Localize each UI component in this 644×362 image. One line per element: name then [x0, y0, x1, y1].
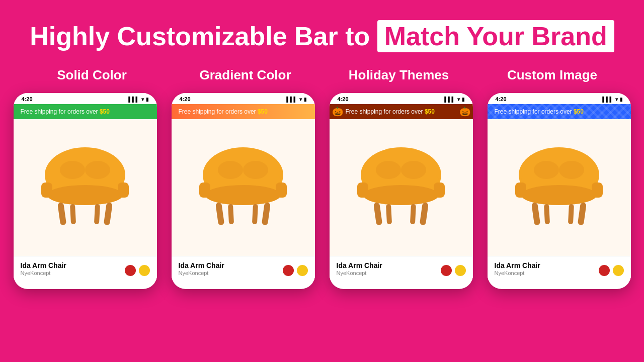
color-dots-custom — [599, 265, 624, 276]
svg-rect-43 — [568, 204, 574, 224]
footer-row-custom: Ida Arm Chair NyeKoncept — [495, 261, 624, 276]
chair-image-holiday — [330, 119, 473, 256]
battery-icon-c: ▮ — [620, 97, 623, 102]
product-info-holiday: Ida Arm Chair NyeKoncept — [337, 261, 382, 276]
svg-rect-40 — [531, 202, 540, 225]
dot-yellow-solid — [139, 265, 150, 276]
header-main-text: Highly Customizable Bar to — [30, 22, 370, 51]
svg-rect-18 — [215, 202, 224, 225]
svg-point-15 — [243, 161, 268, 179]
dot-red-solid — [125, 265, 136, 276]
phone-content-gradient: Ida Arm Chair NyeKoncept — [172, 119, 315, 280]
phone-custom: 4:20 ▌▌▌ ▾ ▮ Free shipping for orders ov… — [488, 93, 631, 289]
status-icons-holiday: ▌▌▌ ▾ ▮ — [444, 97, 464, 102]
svg-point-13 — [205, 185, 281, 205]
svg-rect-17 — [276, 183, 287, 198]
svg-point-24 — [363, 185, 439, 205]
signal-icon-c: ▌▌▌ — [602, 97, 613, 102]
status-icons-gradient: ▌▌▌ ▾ ▮ — [286, 97, 306, 102]
status-icons-custom: ▌▌▌ ▾ ▮ — [602, 97, 622, 102]
dot-yellow-custom — [613, 265, 624, 276]
time-holiday: 4:20 — [338, 96, 349, 102]
svg-point-3 — [60, 161, 85, 179]
svg-rect-32 — [410, 204, 416, 224]
svg-point-14 — [218, 161, 243, 179]
svg-point-4 — [85, 161, 110, 179]
category-gradient: Gradient Color — [169, 67, 322, 83]
footer-row-gradient: Ida Arm Chair NyeKoncept — [179, 261, 308, 276]
category-holiday: Holiday Themes — [322, 67, 475, 83]
dot-yellow-gradient — [297, 265, 308, 276]
svg-rect-16 — [199, 183, 210, 198]
status-bar-holiday: 4:20 ▌▌▌ ▾ ▮ — [330, 93, 473, 104]
footer-row-holiday: Ida Arm Chair NyeKoncept — [337, 261, 466, 276]
svg-rect-9 — [70, 204, 76, 224]
svg-rect-38 — [515, 183, 526, 198]
svg-point-37 — [559, 161, 584, 179]
svg-point-25 — [376, 161, 401, 179]
status-bar-gradient: 4:20 ▌▌▌ ▾ ▮ — [172, 93, 315, 104]
wifi-icon-h: ▾ — [457, 97, 460, 102]
status-bar-custom: 4:20 ▌▌▌ ▾ ▮ — [488, 93, 631, 104]
chair-svg-solid — [32, 137, 138, 238]
phone-content-holiday: Ida Arm Chair NyeKoncept — [330, 119, 473, 280]
svg-rect-31 — [386, 204, 392, 224]
svg-rect-5 — [41, 183, 52, 198]
svg-rect-10 — [94, 204, 100, 224]
svg-rect-29 — [373, 202, 382, 225]
header-highlight-text: Match Your Brand — [377, 20, 614, 52]
chair-image-gradient — [172, 119, 315, 256]
brand-name-gradient: NyeKoncept — [179, 270, 224, 276]
price-custom: $50 — [574, 108, 584, 115]
svg-rect-39 — [592, 183, 603, 198]
svg-point-36 — [534, 161, 559, 179]
chair-svg-gradient — [190, 137, 296, 238]
price-solid: $50 — [100, 108, 110, 115]
chair-svg-custom — [506, 137, 612, 238]
svg-rect-30 — [420, 202, 429, 225]
svg-rect-28 — [434, 183, 445, 198]
time-solid: 4:20 — [22, 96, 33, 102]
phone-footer-gradient: Ida Arm Chair NyeKoncept — [172, 256, 315, 280]
footer-row-solid: Ida Arm Chair NyeKoncept — [21, 261, 150, 276]
color-dots-gradient — [283, 265, 308, 276]
phone-solid: 4:20 ▌▌▌ ▾ ▮ Free shipping for orders ov… — [14, 93, 157, 289]
svg-point-2 — [47, 185, 123, 205]
signal-icon-g: ▌▌▌ — [286, 97, 297, 102]
svg-rect-27 — [357, 183, 368, 198]
notification-bar-holiday: Free shipping for orders over $50 — [330, 104, 473, 119]
phones-row: 4:20 ▌▌▌ ▾ ▮ Free shipping for orders ov… — [0, 93, 644, 289]
dot-red-gradient — [283, 265, 294, 276]
product-name-custom: Ida Arm Chair — [495, 261, 540, 269]
wifi-icon-c: ▾ — [615, 97, 618, 102]
brand-name-custom: NyeKoncept — [495, 270, 540, 276]
phone-footer-custom: Ida Arm Chair NyeKoncept — [488, 256, 631, 280]
product-name-gradient: Ida Arm Chair — [179, 261, 224, 269]
battery-icon-h: ▮ — [462, 97, 465, 102]
notification-bar-gradient: Free shipping for orders over $50 — [172, 104, 315, 119]
phone-holiday: 4:20 ▌▌▌ ▾ ▮ Free shipping for orders ov… — [330, 93, 473, 289]
signal-icon-h: ▌▌▌ — [444, 97, 455, 102]
status-icons-solid: ▌▌▌ ▾ ▮ — [128, 97, 148, 102]
product-name-solid: Ida Arm Chair — [21, 261, 66, 269]
category-solid: Solid Color — [15, 67, 169, 83]
color-dots-solid — [125, 265, 150, 276]
signal-icon: ▌▌▌ — [128, 97, 139, 102]
status-bar-solid: 4:20 ▌▌▌ ▾ ▮ — [14, 93, 157, 104]
svg-point-26 — [401, 161, 426, 179]
time-custom: 4:20 — [496, 96, 507, 102]
phone-gradient: 4:20 ▌▌▌ ▾ ▮ Free shipping for orders ov… — [172, 93, 315, 289]
wifi-icon-g: ▾ — [299, 97, 302, 102]
time-gradient: 4:20 — [180, 96, 191, 102]
notification-bar-solid: Free shipping for orders over $50 — [14, 104, 157, 119]
price-gradient: $50 — [258, 108, 268, 115]
price-holiday: $50 — [425, 108, 435, 115]
chair-image-solid — [14, 119, 157, 256]
product-info-solid: Ida Arm Chair NyeKoncept — [21, 261, 66, 276]
dot-red-custom — [599, 265, 610, 276]
chair-image-custom — [488, 119, 631, 256]
header: Highly Customizable Bar to Match Your Br… — [0, 0, 644, 62]
color-dots-holiday — [441, 265, 466, 276]
battery-icon: ▮ — [146, 97, 149, 102]
categories-row: Solid Color Gradient Color Holiday Theme… — [0, 62, 644, 93]
